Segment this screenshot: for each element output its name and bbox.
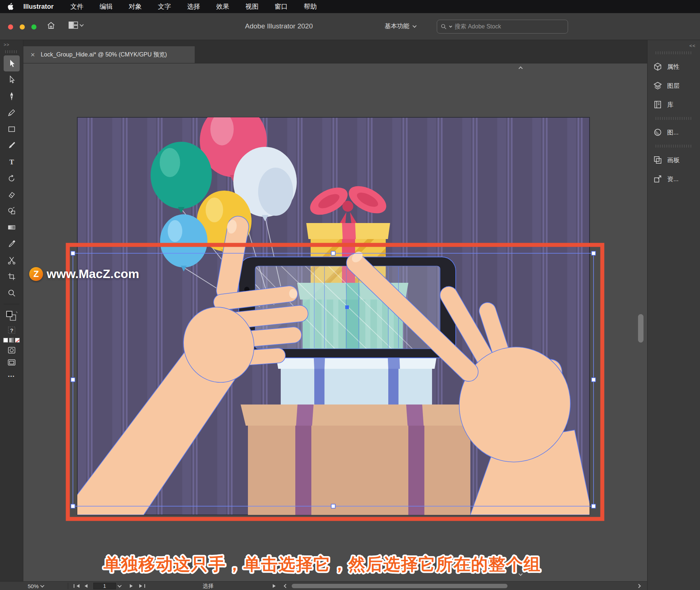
none-swatch[interactable] bbox=[15, 338, 20, 343]
panel-tab-label: 画板 bbox=[667, 156, 680, 164]
search-input[interactable] bbox=[455, 23, 564, 30]
menu-object[interactable]: 对象 bbox=[129, 2, 142, 11]
svg-text:T: T bbox=[9, 158, 14, 166]
asset-export-icon bbox=[653, 174, 662, 184]
page-number-field[interactable]: 1 bbox=[93, 582, 121, 590]
chevron-down-icon bbox=[117, 583, 121, 587]
zoom-value: 50% bbox=[28, 583, 39, 589]
panel-tab-label: 图... bbox=[667, 128, 678, 137]
menu-select[interactable]: 选择 bbox=[187, 2, 200, 11]
panel-grip[interactable] bbox=[656, 51, 692, 54]
artwork-canvas[interactable] bbox=[23, 63, 647, 581]
eyedropper-tool-icon[interactable] bbox=[4, 236, 20, 252]
panel-tab-layers[interactable]: 图层 bbox=[648, 76, 700, 95]
traffic-zoom-button[interactable] bbox=[31, 24, 36, 30]
workspace-switcher[interactable]: 基本功能 bbox=[385, 22, 416, 30]
gradient-tool-icon[interactable] bbox=[4, 219, 20, 235]
menu-help[interactable]: 帮助 bbox=[304, 2, 317, 11]
tools-panel: >> T bbox=[0, 40, 23, 581]
artboards-icon bbox=[653, 155, 662, 165]
menu-effect[interactable]: 效果 bbox=[216, 2, 229, 11]
menu-view[interactable]: 视图 bbox=[245, 2, 258, 11]
pen-tool-icon[interactable] bbox=[4, 88, 20, 104]
statusbar-divider bbox=[68, 583, 68, 589]
type-tool-icon[interactable]: T bbox=[4, 154, 20, 170]
graphic-styles-icon bbox=[653, 128, 662, 137]
scroll-right-button[interactable] bbox=[637, 582, 640, 590]
prev-page-button[interactable] bbox=[85, 582, 88, 590]
panel-grip[interactable] bbox=[656, 117, 692, 120]
current-tool-label: 选择 bbox=[203, 583, 214, 590]
panel-tab-label: 图层 bbox=[667, 82, 680, 90]
rectangle-tool-icon[interactable] bbox=[4, 121, 20, 137]
document-tab[interactable]: × Lock_Group_Hide.ai* @ 50% (CMYK/GPU 预览… bbox=[23, 46, 195, 63]
selection-tool-icon[interactable] bbox=[4, 55, 20, 71]
zoom-control[interactable]: 50% bbox=[28, 582, 44, 590]
help-swatch-icon[interactable]: ? bbox=[7, 325, 16, 335]
rotate-tool-icon[interactable] bbox=[4, 170, 20, 186]
menu-window[interactable]: 窗口 bbox=[275, 2, 288, 11]
page-number-value: 1 bbox=[93, 583, 116, 589]
tools-panel-grip[interactable] bbox=[5, 50, 18, 53]
menubar-app-name[interactable]: Illustrator bbox=[23, 3, 54, 11]
traffic-close-button[interactable] bbox=[8, 24, 13, 30]
vertical-scrollbar-thumb[interactable] bbox=[638, 314, 643, 343]
workspace-label: 基本功能 bbox=[385, 22, 409, 30]
libraries-icon bbox=[653, 100, 662, 109]
home-button[interactable] bbox=[47, 21, 55, 30]
traffic-minimize-button[interactable] bbox=[20, 24, 25, 30]
panel-grip[interactable] bbox=[656, 145, 692, 148]
menu-file[interactable]: 文件 bbox=[70, 2, 83, 11]
shape-builder-tool-icon[interactable] bbox=[4, 203, 20, 219]
canvas-area[interactable]: Z www.MacZ.com 单独移动这只手，单击选择它，然后选择它所在的整个组 bbox=[23, 63, 647, 581]
menubar: Illustrator 文件 编辑 对象 文字 选择 效果 视图 窗口 帮助 bbox=[0, 0, 700, 13]
panel-dock: << 属性 图层 库 图... 画板 资... bbox=[647, 40, 700, 590]
panel-tab-artboards[interactable]: 画板 bbox=[648, 151, 700, 169]
tab-close-icon[interactable]: × bbox=[31, 51, 35, 58]
panel-tab-properties[interactable]: 属性 bbox=[648, 57, 700, 76]
paintbrush-tool-icon[interactable] bbox=[4, 137, 20, 153]
panel-tab-graphic-styles[interactable]: 图... bbox=[648, 123, 700, 142]
last-page-button[interactable] bbox=[139, 582, 145, 590]
horizontal-scrollbar-thumb[interactable] bbox=[292, 584, 508, 588]
scissors-tool-icon[interactable] bbox=[4, 252, 20, 268]
menu-type[interactable]: 文字 bbox=[158, 2, 171, 11]
window-title: Adobe Illustrator 2020 bbox=[245, 22, 313, 30]
artboard-tool-icon[interactable] bbox=[4, 269, 20, 285]
tools-panel-collapse[interactable]: >> bbox=[0, 40, 23, 50]
status-flyout-button[interactable] bbox=[273, 582, 276, 590]
curvature-tool-icon[interactable] bbox=[4, 105, 20, 121]
color-swatch[interactable] bbox=[3, 338, 8, 343]
panel-tab-libraries[interactable]: 库 bbox=[648, 95, 700, 114]
first-page-button[interactable] bbox=[74, 582, 79, 590]
fill-stroke-control[interactable] bbox=[5, 310, 18, 323]
chevron-down-icon bbox=[40, 583, 44, 587]
scroll-left-button[interactable] bbox=[284, 582, 287, 590]
layers-icon bbox=[653, 81, 662, 90]
gradient-swatch[interactable] bbox=[9, 338, 14, 343]
panel-tab-label: 库 bbox=[667, 101, 673, 109]
properties-icon bbox=[653, 62, 662, 71]
menu-edit[interactable]: 编辑 bbox=[100, 2, 113, 11]
chevron-down-icon bbox=[79, 23, 83, 27]
svg-text:?: ? bbox=[10, 327, 13, 333]
apple-logo-icon[interactable] bbox=[7, 3, 14, 10]
search-icon bbox=[441, 24, 447, 30]
current-tool-indicator[interactable]: 选择 bbox=[203, 582, 214, 590]
eraser-tool-icon[interactable] bbox=[4, 187, 20, 203]
dock-collapse[interactable]: << bbox=[648, 40, 700, 48]
panel-tab-asset-export[interactable]: 资... bbox=[648, 169, 700, 188]
panel-tab-label: 资... bbox=[667, 175, 678, 183]
next-page-button[interactable] bbox=[130, 582, 133, 590]
direct-selection-tool-icon[interactable] bbox=[4, 72, 20, 88]
stock-search-field[interactable] bbox=[437, 20, 568, 34]
zoom-tool-icon[interactable] bbox=[4, 285, 20, 301]
selection-center-anchor[interactable] bbox=[345, 305, 349, 309]
statusbar: 50% 1 选择 bbox=[0, 581, 647, 590]
arrange-documents-button[interactable] bbox=[69, 21, 83, 29]
screen-mode-icon[interactable] bbox=[7, 358, 16, 367]
titlebar: Adobe Illustrator 2020 基本功能 bbox=[0, 13, 700, 40]
edit-toolbar-more-icon[interactable]: … bbox=[8, 370, 16, 379]
drawing-mode-icon[interactable] bbox=[7, 345, 16, 355]
document-tab-title: Lock_Group_Hide.ai* @ 50% (CMYK/GPU 预览) bbox=[41, 51, 167, 59]
